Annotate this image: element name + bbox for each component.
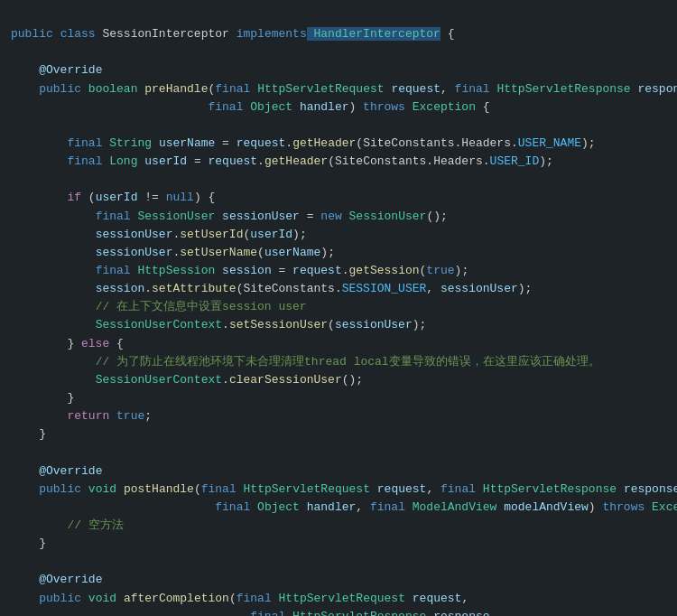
interface-handlerinterceptor: HandlerInterceptor <box>307 27 441 41</box>
keyword-implements: implements <box>236 27 307 41</box>
annotation-override-1: @Override <box>39 63 102 77</box>
code-editor: public class SessionInterceptor implemen… <box>0 0 677 616</box>
keyword-public: public <box>11 27 53 41</box>
keyword-class: class <box>60 27 96 41</box>
